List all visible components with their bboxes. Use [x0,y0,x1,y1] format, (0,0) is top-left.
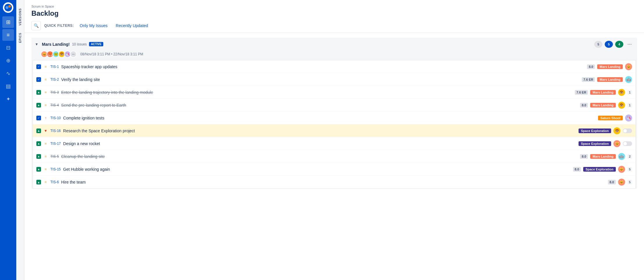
sprint-issue-count: 10 issues [72,42,87,46]
svg-point-1 [6,6,8,9]
epics-tab[interactable]: EPICS [17,30,23,45]
reports-nav-icon[interactable]: ⊟ [2,42,14,54]
issue-checkbox-tis1[interactable]: ✓ [36,64,41,69]
board-nav-icon[interactable]: ⊞ [2,16,14,28]
assignee-tis16: 🐯 [613,127,620,134]
only-my-issues-filter[interactable]: Only My Issues [77,22,110,29]
issue-checkbox-tis3[interactable]: ▲ [36,90,41,95]
priority-medium-icon: = [43,154,48,159]
issue-row[interactable]: ✓ = TIS-2 Verify the landing site 7.6 ER… [33,73,636,86]
search-button[interactable]: 🔍 [31,21,41,30]
issue-meta-tis17: Space Exploration 🐱 [579,140,632,147]
assignee-tis1: 🐱 [625,63,632,70]
issue-row[interactable]: ▲ = TIS-17 Design a new rocket Space Exp… [33,137,636,150]
epic-tis2[interactable]: Mars Landing [597,77,623,82]
issue-row[interactable]: ▲ = TIS-15 Get Hubble working again 8.0 … [33,163,636,176]
priority-high-icon: ▼ [43,128,48,133]
pages-nav-icon[interactable]: ▤ [2,80,14,92]
issue-row[interactable]: ✓ ↑ TIS-10 Complete ignition tests Satur… [33,112,636,124]
issue-row[interactable]: ✓ = TIS-1 Spaceship tracker app updates … [33,60,636,73]
issue-title-tis5: Cleanup the landing site [61,154,578,159]
issues-list: ✓ = TIS-1 Spaceship tracker app updates … [33,60,636,189]
sprint-name: Mars Landing! [42,42,70,47]
issue-checkbox-tis16[interactable]: ▲ [36,128,41,133]
priority-medium-icon: = [43,90,48,95]
toggle-tis16[interactable] [623,128,632,133]
epic-tis15[interactable]: Space Exploration [583,167,616,172]
sprint-dates: 08/Nov/18 3:11 PM • 22/Nov/18 3:11 PM [80,52,143,56]
sprint-header-right: 5 5 4 ··· [594,40,634,48]
main-content: Scrum in Space Backlog 🔍 QUICK FILTERS: … [24,0,644,280]
comment-count-tis4: 1 [627,103,632,108]
sp-tis15: 8.0 [573,167,581,172]
assignee-tis3: 🐯 [618,89,625,96]
left-navigation: ⊞ ≡ ⊟ ⊕ ∿ ▤ ✦ [0,0,16,280]
versions-tab[interactable]: VERSIONS [17,6,23,28]
app-logo[interactable] [3,2,13,13]
sprint-meta: 🐱 🦊 🐸 🐯 🦄 ··· 08/Nov/18 3:11 PM • 22/Nov… [31,51,637,60]
issue-title-tis16: Research the Space Exploration project [63,128,576,133]
epic-tis1[interactable]: Mars Landing [597,64,623,69]
issue-meta-tis16: Space Exploration 🐯 [579,127,632,134]
assignee-tis17: 🐱 [613,140,620,147]
svg-point-3 [9,6,10,7]
priority-medium-icon: = [43,141,48,146]
issue-meta-tis6: 8.0 🐱 5 [608,179,632,186]
epic-tis16[interactable]: Space Exploration [579,128,611,133]
issue-checkbox-tis10[interactable]: ✓ [36,116,41,120]
toggle-tis17[interactable] [623,141,632,146]
assignee-tis5: 🤖 [618,153,625,160]
assignee-tis10: 🦄 [625,115,632,121]
sprint-header: ▼ Mars Landing! 10 issues ACTIVE 5 5 4 ·… [31,38,637,51]
issue-meta-tis2: 7.6 ER Mars Landing 🤖 [582,76,632,83]
settings-nav-icon[interactable]: ✦ [2,93,14,105]
sprint-collapse-chevron[interactable]: ▼ [35,42,40,46]
avatar-more[interactable]: ··· [70,51,77,58]
issue-id-tis3: TIS-3 [50,90,59,94]
issue-row[interactable]: ▲ = TIS-5 Cleanup the landing site 8.0 M… [33,150,636,163]
epic-tis5[interactable]: Mars Landing [590,154,616,159]
issue-checkbox-tis15[interactable]: ▲ [36,167,41,172]
comment-count-tis6: 5 [627,180,632,184]
issue-title-tis17: Design a new rocket [63,141,576,146]
epic-tis17[interactable]: Space Exploration [579,141,611,146]
quick-filters-label: QUICK FILTERS: [44,24,74,28]
epic-tis10[interactable]: Saturn Shoot [598,116,623,120]
issue-row[interactable]: ▲ = TIS-3 Enter the landing trajectory i… [33,86,636,99]
issue-title-tis1: Spaceship tracker app updates [61,64,585,69]
issue-id-tis1: TIS-1 [50,65,59,69]
releases-nav-icon[interactable]: ⊕ [2,55,14,66]
sp-done-badge: 4 [615,41,623,48]
issue-checkbox-tis6[interactable]: ▲ [36,180,41,184]
issue-checkbox-tis17[interactable]: ▲ [36,141,41,146]
epic-tis3[interactable]: Mars Landing [590,90,616,95]
timeline-nav-icon[interactable]: ∿ [2,68,14,79]
issue-checkbox-tis5[interactable]: ▲ [36,154,41,159]
sprint-more-button[interactable]: ··· [626,40,634,48]
comment-count-tis5: 2 [627,154,632,159]
issue-title-tis4: Send the pre-landing report to Earth [61,103,578,108]
sp-total-badge: 5 [594,41,602,48]
backlog-nav-icon[interactable]: ≡ [2,29,14,41]
sprint-avatar-group: 🐱 🦊 🐸 🐯 🦄 ··· [41,51,76,58]
comment-count-tis3: 1 [627,90,632,95]
issue-meta-tis1: 8.0 Mars Landing 🐱 [587,63,632,70]
issue-checkbox-tis4[interactable]: ▲ [36,103,41,108]
page-title: Backlog [31,9,637,17]
sp-tis3: 7.6 ER [575,90,588,95]
sp-tis5: 8.0 [580,154,588,159]
sprint-status-badge: ACTIVE [89,42,103,46]
issue-row[interactable]: ▲ = TIS-4 Send the pre-landing report to… [33,99,636,112]
issue-row-highlighted[interactable]: ▲ ▼ TIS-16 Research the Space Exploratio… [33,124,636,137]
sp-tis1: 8.0 [587,64,595,69]
issue-id-tis17: TIS-17 [50,142,61,146]
issue-checkbox-tis2[interactable]: ✓ [36,77,41,82]
sp-tis4: 8.0 [580,103,588,108]
epic-tis4[interactable]: Mars Landing [590,103,616,108]
recently-updated-filter[interactable]: Recently Updated [113,22,150,29]
priority-medium-icon: = [43,103,48,108]
issue-title-tis10: Complete ignition tests [63,116,596,120]
issue-row[interactable]: ▲ = TIS-6 Hire the team 8.0 🐱 5 [33,176,636,189]
sp-tis2: 7.6 ER [582,77,595,82]
issue-meta-tis15: 8.0 Space Exploration 🐱 5 [573,166,632,173]
